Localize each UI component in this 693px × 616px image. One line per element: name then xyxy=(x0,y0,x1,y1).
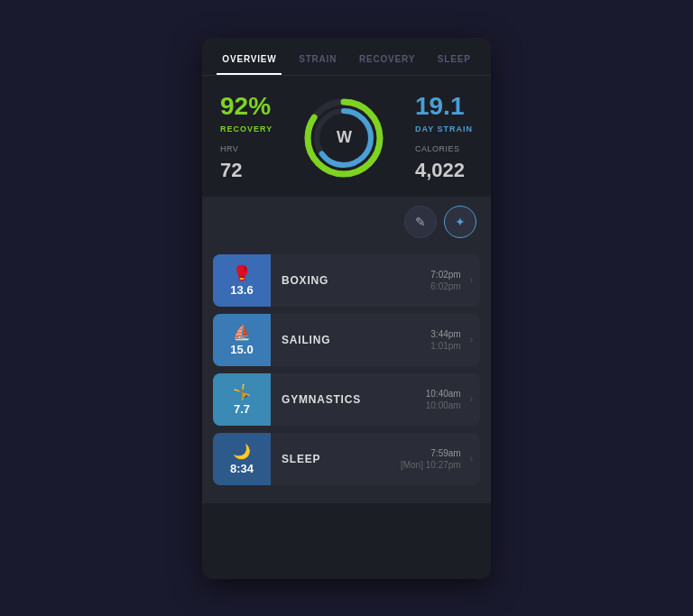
edit-button[interactable]: ✎ xyxy=(404,206,437,238)
activity-icon-sleep: 🌙 8:34 xyxy=(213,433,271,485)
sleep-times: 7:59am [Mon] 10:27pm xyxy=(401,448,470,470)
sleep-name: SLEEP xyxy=(271,453,401,465)
strain-value: 19.1 xyxy=(415,94,465,119)
stats-section: 92% RECOVERY HRV 72 W 19.1 DAY STRAIN CA xyxy=(202,76,491,197)
activity-icon-sailing: ⛵ 15.0 xyxy=(213,314,271,366)
boxing-score: 13.6 xyxy=(230,283,253,297)
left-stats: 92% RECOVERY HRV 72 xyxy=(220,94,273,182)
gymnastics-name: GYMNASTICS xyxy=(271,393,426,406)
recovery-percent: 92% xyxy=(220,94,273,119)
ring-logo: W xyxy=(337,128,351,147)
edit-icon: ✎ xyxy=(415,215,426,229)
sailing-time-start: 1:01pm xyxy=(430,341,460,351)
list-item[interactable]: ⛵ 15.0 SAILING 3:44pm 1:01pm › xyxy=(213,314,480,366)
sleep-time-end: 7:59am xyxy=(430,448,460,458)
list-item[interactable]: 🥊 13.6 BOXING 7:02pm 6:02pm › xyxy=(213,254,480,307)
gymnastics-chevron: › xyxy=(470,394,480,404)
phone-container: OVERVIEW STRAIN RECOVERY SLEEP 92% RECOV… xyxy=(202,38,491,579)
sleep-icon: 🌙 xyxy=(233,443,251,460)
hrv-value: 72 xyxy=(220,159,273,182)
hrv-label: HRV xyxy=(220,144,273,153)
boxing-time-end: 7:02pm xyxy=(430,270,460,280)
tab-overview[interactable]: OVERVIEW xyxy=(217,51,282,68)
sleep-score: 8:34 xyxy=(230,462,254,475)
boxing-chevron: › xyxy=(470,275,480,285)
sailing-times: 3:44pm 1:01pm xyxy=(430,329,469,351)
right-stats: 19.1 DAY STRAIN CALORIES 4,022 xyxy=(415,94,473,182)
action-buttons: ✎ ✦ xyxy=(202,197,491,247)
gymnastics-times: 10:40am 10:00am xyxy=(426,389,470,410)
activity-icon-boxing: 🥊 13.6 xyxy=(213,254,271,307)
nav-tabs: OVERVIEW STRAIN RECOVERY SLEEP xyxy=(202,38,491,76)
gymnastics-icon: 🤸 xyxy=(233,383,251,400)
add-activity-button[interactable]: ✦ xyxy=(444,206,476,238)
boxing-icon: 🥊 xyxy=(233,264,251,281)
calories-label: CALORIES xyxy=(415,144,460,153)
add-activity-icon: ✦ xyxy=(455,215,466,229)
tab-strain[interactable]: STRAIN xyxy=(293,51,342,68)
list-item[interactable]: 🌙 8:34 SLEEP 7:59am [Mon] 10:27pm › xyxy=(213,433,480,485)
list-item[interactable]: 🤸 7.7 GYMNASTICS 10:40am 10:00am › xyxy=(213,373,480,426)
sailing-time-end: 3:44pm xyxy=(430,329,460,339)
tab-recovery[interactable]: RECOVERY xyxy=(354,51,420,68)
ring-chart: W xyxy=(303,97,384,179)
sleep-time-start: [Mon] 10:27pm xyxy=(401,460,461,470)
sailing-chevron: › xyxy=(470,335,480,345)
sailing-score: 15.0 xyxy=(230,343,253,356)
activity-list: 🥊 13.6 BOXING 7:02pm 6:02pm › ⛵ 15.0 SAI… xyxy=(202,247,491,503)
boxing-time-start: 6:02pm xyxy=(430,281,460,291)
sailing-icon: ⛵ xyxy=(233,324,251,341)
boxing-name: BOXING xyxy=(271,274,430,287)
gymnastics-time-end: 10:40am xyxy=(426,389,461,399)
activity-icon-gymnastics: 🤸 7.7 xyxy=(213,373,271,426)
gymnastics-score: 7.7 xyxy=(234,402,250,416)
calories-value: 4,022 xyxy=(415,159,465,182)
gymnastics-time-start: 10:00am xyxy=(426,400,461,410)
tab-sleep[interactable]: SLEEP xyxy=(432,51,476,68)
sleep-chevron: › xyxy=(470,454,480,464)
strain-label: DAY STRAIN xyxy=(415,124,473,133)
recovery-label: RECOVERY xyxy=(220,124,273,133)
sailing-name: SAILING xyxy=(271,334,430,346)
boxing-times: 7:02pm 6:02pm xyxy=(430,270,469,291)
